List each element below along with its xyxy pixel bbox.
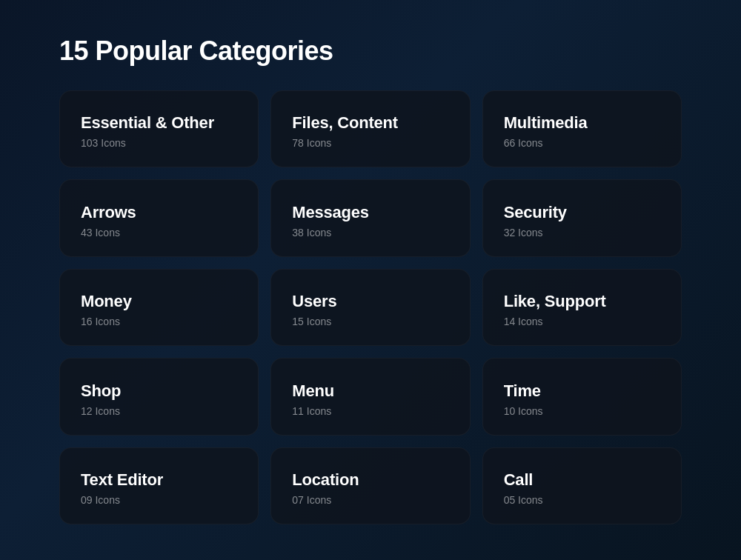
category-card-call[interactable]: Call05 Icons [482, 447, 682, 524]
category-count-menu: 11 Icons [292, 405, 448, 417]
category-card-users[interactable]: Users15 Icons [270, 269, 470, 346]
category-name-like-support: Like, Support [504, 292, 660, 311]
page-title: 15 Popular Categories [59, 36, 682, 67]
category-name-essential-other: Essential & Other [81, 113, 237, 133]
category-name-users: Users [292, 292, 448, 311]
category-card-money[interactable]: Money16 Icons [59, 269, 259, 346]
category-count-like-support: 14 Icons [504, 316, 660, 327]
categories-grid: Essential & Other103 IconsFiles, Content… [59, 90, 682, 524]
category-card-shop[interactable]: Shop12 Icons [59, 358, 259, 435]
category-name-shop: Shop [81, 381, 237, 401]
category-card-messages[interactable]: Messages38 Icons [270, 179, 470, 256]
category-card-time[interactable]: Time10 Icons [482, 358, 682, 435]
category-name-files-content: Files, Content [292, 113, 448, 133]
category-name-call: Call [504, 470, 660, 490]
category-count-money: 16 Icons [81, 316, 237, 327]
category-name-text-editor: Text Editor [81, 470, 237, 490]
category-card-security[interactable]: Security32 Icons [482, 179, 682, 256]
category-count-essential-other: 103 Icons [81, 137, 237, 149]
category-count-text-editor: 09 Icons [81, 494, 237, 506]
category-count-location: 07 Icons [292, 494, 448, 506]
category-card-menu[interactable]: Menu11 Icons [270, 358, 470, 435]
category-count-shop: 12 Icons [81, 405, 237, 417]
category-name-multimedia: Multimedia [504, 113, 660, 133]
category-count-security: 32 Icons [504, 227, 660, 239]
category-name-money: Money [81, 292, 237, 311]
category-name-menu: Menu [292, 381, 448, 401]
category-count-call: 05 Icons [504, 494, 660, 506]
category-card-essential-other[interactable]: Essential & Other103 Icons [59, 90, 259, 167]
category-name-time: Time [504, 381, 660, 401]
category-count-arrows: 43 Icons [81, 227, 237, 239]
category-card-arrows[interactable]: Arrows43 Icons [59, 179, 259, 256]
category-card-text-editor[interactable]: Text Editor09 Icons [59, 447, 259, 524]
category-card-like-support[interactable]: Like, Support14 Icons [482, 269, 682, 346]
category-card-files-content[interactable]: Files, Content78 Icons [270, 90, 470, 167]
category-count-multimedia: 66 Icons [504, 137, 660, 149]
category-count-files-content: 78 Icons [292, 137, 448, 149]
category-name-security: Security [504, 203, 660, 222]
category-count-users: 15 Icons [292, 316, 448, 327]
category-count-time: 10 Icons [504, 405, 660, 417]
category-card-multimedia[interactable]: Multimedia66 Icons [482, 90, 682, 167]
category-name-location: Location [292, 470, 448, 490]
category-name-arrows: Arrows [81, 203, 237, 222]
category-count-messages: 38 Icons [292, 227, 448, 239]
category-name-messages: Messages [292, 203, 448, 222]
category-card-location[interactable]: Location07 Icons [270, 447, 470, 524]
